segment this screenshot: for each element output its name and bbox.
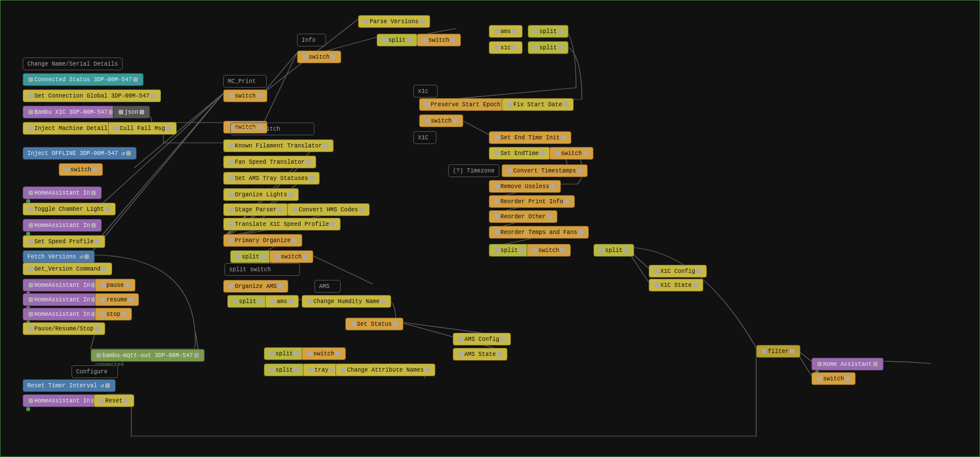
node-r1[interactable]: filter xyxy=(756,345,800,358)
node-q7[interactable]: (?) Timezone xyxy=(448,164,499,177)
port-in-q6b xyxy=(555,151,560,156)
node-q2[interactable]: Preserve Start Epoch xyxy=(419,98,512,111)
port-out-m7 xyxy=(288,192,293,197)
node-n3[interactable]: Set Connection Global 3DP-00M-547 xyxy=(23,89,161,102)
node-p3[interactable]: Parse Versions xyxy=(358,15,430,28)
node-m8b[interactable]: Convert HMS Codes xyxy=(287,203,370,216)
node-n12[interactable]: Fetch Versions ↺ xyxy=(23,250,95,263)
node-n17[interactable]: Pause/Resume/Stop xyxy=(23,322,105,335)
node-m8[interactable]: Stage Parser xyxy=(223,203,288,216)
port-out-n4b xyxy=(140,110,144,114)
node-n7[interactable]: switch xyxy=(59,163,103,176)
port-in-m16b xyxy=(307,351,312,356)
node-n9[interactable]: Toggle Chamber Light xyxy=(23,203,116,215)
node-m14c[interactable]: Change Humdity Name xyxy=(302,295,391,308)
node-n14[interactable]: HomeAssistant In xyxy=(23,279,102,292)
node-q12b[interactable]: switch xyxy=(527,244,571,257)
node-m17[interactable]: split xyxy=(264,364,305,376)
node-p2[interactable]: switch xyxy=(297,51,341,63)
node-q12[interactable]: split xyxy=(489,244,530,257)
node-m16[interactable]: split xyxy=(264,347,305,360)
node-m6[interactable]: Set AMS Tray Statuses xyxy=(223,172,320,185)
port-out-q11 xyxy=(578,230,583,235)
node-n14b[interactable]: pause xyxy=(95,279,135,292)
node-q2b[interactable]: Fix Start Date xyxy=(502,98,574,111)
node-label-q13: X1C Config xyxy=(660,268,695,275)
node-m11b[interactable]: switch xyxy=(269,250,313,263)
node-n15[interactable]: HomeAssistant In xyxy=(23,293,102,306)
node-q5[interactable]: Set End Time Init xyxy=(489,131,571,144)
node-m17c[interactable]: Change Attribute Names xyxy=(335,364,435,376)
node-p6[interactable]: x1c xyxy=(489,41,523,54)
node-n19[interactable]: Configure xyxy=(71,365,118,378)
node-n21b[interactable]: Reset xyxy=(94,394,134,407)
node-q12c[interactable]: split xyxy=(593,244,634,257)
node-p7[interactable]: switch switch xyxy=(230,123,314,135)
node-label-p2: switch xyxy=(309,54,330,60)
node-m13[interactable]: Organize AMS xyxy=(223,280,288,293)
node-n18[interactable]: bambu-mqtt-out 3DP-00M-547 xyxy=(91,349,205,362)
node-n5b[interactable]: Cull Fail Msg xyxy=(108,122,177,135)
node-p5b[interactable]: split xyxy=(528,25,568,38)
node-q3[interactable]: switch xyxy=(419,114,463,127)
node-m7[interactable]: Organize Lights xyxy=(223,188,299,201)
node-q15[interactable]: AMS Config xyxy=(453,333,511,346)
node-n10[interactable]: HomeAssistant In xyxy=(23,219,102,232)
node-label-m13: Organize AMS xyxy=(235,283,277,290)
node-m14b[interactable]: ams xyxy=(265,295,299,308)
node-m16b[interactable]: switch xyxy=(302,347,346,360)
node-n6[interactable]: Inject OFFLINE 3DP-00M-547 ↺ xyxy=(23,147,137,160)
node-n8[interactable]: HomeAssistant In xyxy=(23,186,102,199)
node-n21[interactable]: HomeAssistant In xyxy=(23,394,102,407)
node-m2[interactable]: switch xyxy=(223,89,267,102)
node-m4[interactable]: Known Filament Translator xyxy=(223,139,334,152)
node-p5[interactable]: ams xyxy=(489,25,523,38)
node-n2[interactable]: Connected Status 3DP-00M-547 xyxy=(23,73,144,86)
node-q14[interactable]: X1C State xyxy=(649,279,703,292)
node-n4b[interactable]: json xyxy=(113,106,150,118)
node-q8[interactable]: Remove Useless xyxy=(489,180,561,193)
node-q7b[interactable]: Convert Timestamps xyxy=(502,164,588,177)
node-q6[interactable]: Set EndTime xyxy=(489,147,550,160)
node-q10[interactable]: Reorder Other xyxy=(489,210,557,223)
node-r2[interactable]: Home Assistant xyxy=(811,358,884,370)
node-n11[interactable]: Set Speed Profile xyxy=(23,235,105,248)
node-m5[interactable]: Fan Speed Translator xyxy=(223,156,316,168)
node-m1[interactable]: MC_Print xyxy=(223,75,267,88)
node-n16b[interactable]: stop xyxy=(95,308,132,321)
node-m13b[interactable]: AMS xyxy=(314,280,341,293)
node-q11[interactable]: Reorder Temps and Fans xyxy=(489,226,589,239)
port-in-m14b xyxy=(271,299,276,304)
node-q9[interactable]: Reorder Print Info xyxy=(489,195,575,208)
port-in-n21 xyxy=(28,398,33,403)
node-r3[interactable]: switch xyxy=(811,372,856,385)
node-n16[interactable]: HomeAssistant In xyxy=(23,308,102,321)
node-q16[interactable]: AMS State xyxy=(453,348,507,361)
node-m12[interactable]: split switch xyxy=(224,263,300,276)
node-p4b[interactable]: switch xyxy=(417,34,461,46)
node-m14[interactable]: split xyxy=(227,295,268,308)
node-p4[interactable]: split xyxy=(377,34,417,46)
node-label-m8b: Convert HMS Codes xyxy=(299,207,358,213)
node-n15b[interactable]: resume xyxy=(95,293,139,306)
node-p6b[interactable]: split xyxy=(528,41,568,54)
node-label-n19: Configure xyxy=(76,369,108,375)
node-m11[interactable]: split xyxy=(230,250,271,263)
node-p1[interactable]: Info xyxy=(297,34,326,46)
node-n4[interactable]: Bambu X1C 3DP-00M-547 xyxy=(23,106,119,118)
node-m17b[interactable]: tray xyxy=(303,364,340,376)
node-label-q5: Set End Time Init xyxy=(500,135,560,141)
node-m9[interactable]: Translate X1C Speed Profile xyxy=(223,218,341,231)
port-out-m16b xyxy=(335,351,340,356)
node-n13[interactable]: Get_Version Command xyxy=(23,262,112,275)
node-m15[interactable]: Set Status xyxy=(345,318,403,330)
node-m10[interactable]: Primary Organize xyxy=(223,234,302,247)
node-n1[interactable]: Change Name/Serial Details xyxy=(23,57,123,70)
node-q1[interactable]: x1c xyxy=(413,85,438,98)
node-q4[interactable]: X1C xyxy=(413,131,437,144)
node-q6b[interactable]: switch xyxy=(549,147,593,160)
port-out-p6 xyxy=(512,45,517,50)
node-n20[interactable]: Reset Timer Interval ↺ xyxy=(23,379,116,392)
node-label-p1: Info xyxy=(302,37,316,44)
node-q13[interactable]: X1C Config xyxy=(649,265,707,278)
